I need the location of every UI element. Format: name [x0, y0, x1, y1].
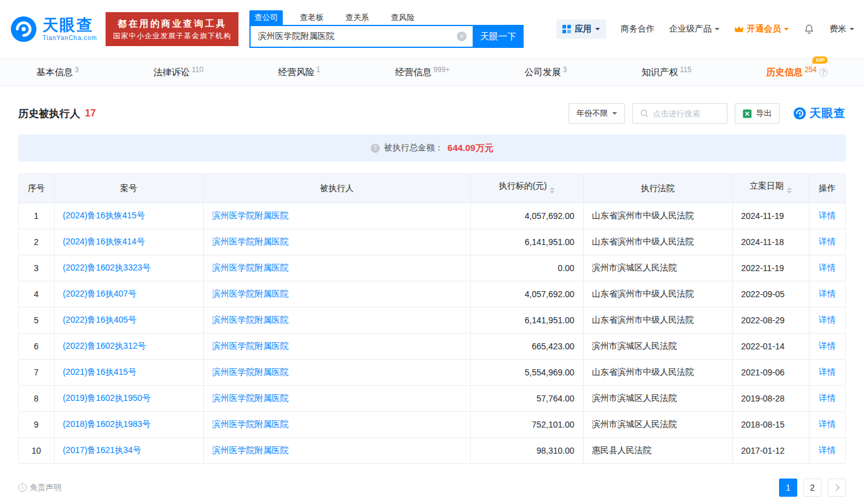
search-tab-company[interactable]: 查公司 [249, 10, 283, 25]
executed-person-cell: 滨州医学院附属医院 [203, 334, 470, 360]
detail-link[interactable]: 详情 [818, 341, 835, 351]
section-title: 历史被执行人 [18, 107, 80, 121]
detail-link[interactable]: 详情 [818, 263, 835, 272]
search-button[interactable]: 天眼一下 [473, 25, 524, 48]
filing-date-cell: 2021-09-06 [732, 360, 809, 386]
executed-person-link[interactable]: 滨州医学院附属医院 [212, 210, 289, 220]
executed-person-link[interactable]: 滨州医学院附属医院 [212, 289, 289, 298]
search-tab-relation[interactable]: 查关系 [340, 10, 374, 25]
tab-basic-info[interactable]: 基本信息3 [35, 64, 80, 81]
executed-persons-table: 序号 案号 被执行人 执行标的(元) 执行法院 立案日期 操作 1(2024)鲁… [18, 173, 846, 464]
case-number-link[interactable]: (2018)鲁1602执1983号 [63, 419, 151, 429]
user-account-menu[interactable]: 费米 [829, 24, 854, 35]
year-filter-dropdown[interactable]: 年份不限 [569, 103, 625, 124]
case-number-link[interactable]: (2022)鲁1602执312号 [63, 341, 146, 351]
executed-person-link[interactable]: 滨州医学院附属医院 [212, 393, 289, 403]
executed-person-link[interactable]: 滨州医学院附属医院 [212, 445, 289, 455]
tab-company-development[interactable]: 公司发展3 [524, 64, 569, 81]
search-tab-risk[interactable]: 查风险 [386, 10, 419, 25]
open-vip-menu[interactable]: 开通会员 [734, 24, 789, 35]
filing-date-cell: 2022-09-05 [732, 281, 809, 307]
executed-person-cell: 滨州医学院附属医院 [203, 307, 470, 334]
sort-icon[interactable] [787, 185, 792, 196]
executed-person-link[interactable]: 滨州医学院附属医院 [212, 419, 289, 429]
executed-person-link[interactable]: 滨州医学院附属医院 [212, 263, 289, 272]
sort-icon[interactable] [550, 185, 555, 196]
amount-cell: 752,101.00 [470, 412, 583, 438]
case-number-link[interactable]: (2022)鲁1602执3323号 [63, 263, 151, 272]
help-question-icon[interactable]: ? [819, 68, 828, 76]
chevron-down-icon [715, 28, 720, 33]
case-number-cell: (2017)鲁1621执34号 [54, 438, 203, 464]
apps-menu[interactable]: 应用 [556, 19, 606, 39]
table-row: 9(2018)鲁1602执1983号滨州医学院附属医院752,101.00滨州市… [19, 412, 845, 438]
filing-date-cell: 2022-11-19 [732, 255, 809, 281]
header-amount-sortable[interactable]: 执行标的(元) [470, 174, 583, 203]
disclaimer-link[interactable]: i 免责声明 [18, 482, 61, 493]
case-number-link[interactable]: (2024)鲁16执恢415号 [63, 210, 145, 220]
detail-link[interactable]: 详情 [818, 445, 835, 455]
case-number-cell: (2021)鲁16执415号 [54, 360, 203, 386]
enterprise-products-menu[interactable]: 企业级产品 [669, 24, 720, 35]
table-search-box[interactable] [632, 103, 727, 124]
export-button[interactable]: 导出 [735, 103, 780, 124]
tianyancha-logo[interactable]: 天眼查 TianYanCha.com [10, 15, 97, 43]
detail-link[interactable]: 详情 [818, 210, 835, 220]
amount-cell: 6,141,951.00 [470, 229, 583, 255]
header-executed-person: 被执行人 [203, 174, 470, 203]
table-row: 10(2017)鲁1621执34号滨州医学院附属医院98,310.00惠民县人民… [19, 438, 845, 464]
detail-link[interactable]: 详情 [818, 237, 835, 246]
tab-operation-info[interactable]: 经营信息999+ [394, 64, 451, 81]
case-number-link[interactable]: (2017)鲁1621执34号 [63, 445, 141, 455]
court-cell: 惠民县人民法院 [583, 438, 732, 464]
case-number-cell: (2022)鲁1602执3323号 [54, 255, 203, 281]
table-row: 6(2022)鲁1602执312号滨州医学院附属医院665,423.00滨州市滨… [19, 334, 845, 360]
tab-operation-risk[interactable]: 经营风险1 [277, 64, 322, 81]
tab-intellectual-property[interactable]: 知识产权115 [641, 64, 693, 81]
executed-person-link[interactable]: 滨州医学院附属医院 [212, 237, 289, 246]
detail-link[interactable]: 详情 [818, 393, 835, 403]
action-cell: 详情 [809, 438, 845, 464]
executed-person-link[interactable]: 滨州医学院附属医院 [212, 367, 289, 377]
page-button-2[interactable]: 2 [803, 479, 822, 497]
court-cell: 山东省滨州市中级人民法院 [583, 229, 732, 255]
row-index: 1 [19, 203, 54, 229]
question-icon[interactable]: ? [371, 144, 380, 153]
tianyancha-logo-icon [793, 107, 806, 120]
tab-history-info[interactable]: VIP 历史信息254? [765, 64, 829, 81]
next-page-button[interactable] [828, 479, 846, 497]
case-number-cell: (2022)鲁16执405号 [54, 307, 203, 334]
action-cell: 详情 [809, 255, 845, 281]
executed-person-link[interactable]: 滨州医学院附属医院 [212, 341, 289, 351]
row-index: 9 [19, 412, 54, 438]
detail-link[interactable]: 详情 [818, 289, 835, 298]
case-number-link[interactable]: (2022)鲁16执405号 [63, 315, 137, 324]
detail-link[interactable]: 详情 [818, 367, 835, 377]
company-search-input[interactable] [249, 25, 473, 48]
search-tab-boss[interactable]: 查老板 [295, 10, 328, 25]
search-icon [640, 109, 649, 118]
amount-cell: 98,310.00 [470, 438, 583, 464]
tab-count: 254 [805, 66, 817, 74]
case-number-link[interactable]: (2021)鲁16执415号 [63, 367, 137, 377]
table-search-input[interactable] [653, 109, 720, 118]
detail-link[interactable]: 详情 [818, 419, 835, 429]
detail-link[interactable]: 详情 [818, 315, 835, 324]
tab-legal-litigation[interactable]: 法律诉讼110 [152, 64, 204, 81]
case-number-link[interactable]: (2019)鲁1602执1950号 [63, 393, 151, 403]
header-filing-date-sortable[interactable]: 立案日期 [732, 174, 809, 203]
table-row: 7(2021)鲁16执415号滨州医学院附属医院5,554,969.00山东省滨… [19, 360, 845, 386]
business-cooperation-link[interactable]: 商务合作 [621, 24, 655, 35]
case-number-link[interactable]: (2022)鲁16执407号 [63, 289, 137, 298]
header-court: 执行法院 [583, 174, 732, 203]
notifications-button[interactable] [803, 24, 815, 35]
filing-date-cell: 2024-11-19 [732, 203, 809, 229]
executed-person-link[interactable]: 滨州医学院附属医院 [212, 315, 289, 324]
row-index: 10 [19, 438, 54, 464]
case-number-link[interactable]: (2024)鲁16执恢414号 [63, 237, 145, 246]
crown-icon [734, 25, 744, 33]
section-count: 17 [85, 108, 96, 119]
tab-count: 3 [563, 66, 567, 74]
page-button-1[interactable]: 1 [779, 479, 797, 497]
tab-count: 1 [316, 66, 320, 74]
